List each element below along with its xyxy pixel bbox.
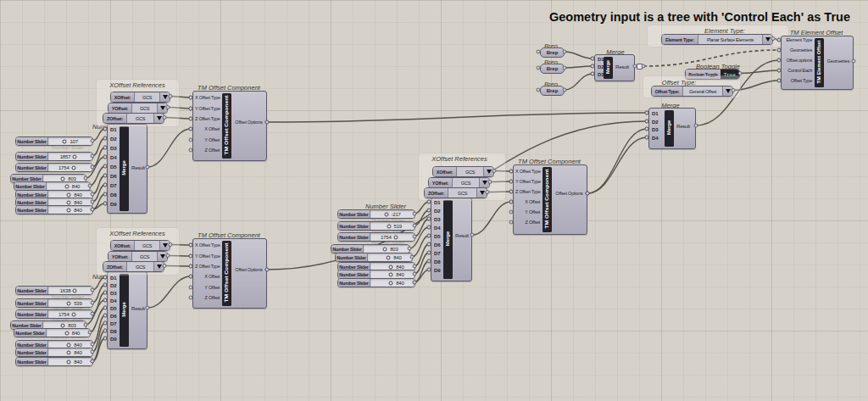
slider-knob[interactable] bbox=[393, 235, 398, 239]
dropdown-arrow-button[interactable] bbox=[153, 262, 164, 271]
dropdown-arrow-button[interactable] bbox=[722, 86, 732, 96]
value-list-dropdown[interactable]: ZOffset:GCS bbox=[424, 187, 487, 198]
slider-track[interactable]: 803 bbox=[364, 245, 409, 253]
dropdown-arrow-button[interactable] bbox=[159, 92, 170, 102]
slider-track[interactable]: 107 bbox=[48, 137, 92, 145]
slider-track[interactable]: -217 bbox=[370, 210, 415, 218]
merge-name-plate bbox=[604, 57, 613, 79]
slider-knob[interactable] bbox=[67, 192, 71, 197]
tm-component[interactable]: X Offset TypeY Offset TypeZ Offset TypeX… bbox=[192, 238, 267, 309]
merge-name-plate bbox=[120, 126, 129, 211]
slider-knob[interactable] bbox=[389, 272, 393, 276]
slider-knob[interactable] bbox=[383, 247, 387, 251]
slider-track[interactable]: 840 bbox=[47, 182, 90, 190]
slider-knob[interactable] bbox=[73, 154, 77, 159]
brep-param[interactable]: Brep bbox=[540, 47, 565, 58]
slider-knob[interactable] bbox=[67, 301, 71, 305]
number-slider[interactable]: Number Slider840 bbox=[337, 278, 415, 287]
value-list-dropdown[interactable]: ZOffset:GCS bbox=[103, 113, 164, 124]
number-slider[interactable]: Number Slider1754 bbox=[15, 163, 93, 172]
merge-component[interactable]: D1D2D3D4D5D6D7D8D9Result bbox=[107, 124, 147, 214]
slider-knob[interactable] bbox=[64, 184, 69, 188]
brep-param[interactable]: Brep bbox=[540, 64, 565, 74]
slider-knob[interactable] bbox=[63, 139, 67, 143]
grasshopper-canvas[interactable]: Number SliderNumber SliderNumber SliderN… bbox=[0, 0, 868, 401]
tm-component[interactable]: X Offset TypeY Offset TypeZ Offset TypeX… bbox=[192, 91, 267, 161]
slider-knob[interactable] bbox=[64, 331, 69, 335]
value-list-selected: GCS bbox=[448, 188, 476, 198]
slider-track[interactable]: 840 bbox=[370, 270, 415, 278]
slider-track[interactable]: 840 bbox=[48, 358, 92, 365]
value-list-dropdown[interactable]: XOffset:GCS bbox=[432, 166, 494, 177]
graft-tree-icon[interactable] bbox=[637, 64, 643, 70]
slider-track[interactable]: 840 bbox=[370, 279, 415, 287]
value-list-dropdown[interactable]: XOffset:GCS bbox=[110, 92, 170, 103]
dropdown-arrow-button[interactable] bbox=[479, 178, 489, 187]
number-slider[interactable]: Number Slider-217 bbox=[337, 209, 415, 219]
slider-knob[interactable] bbox=[61, 176, 65, 181]
slider-knob[interactable] bbox=[389, 265, 393, 269]
slider-knob[interactable] bbox=[67, 200, 71, 204]
slider-knob[interactable] bbox=[67, 359, 71, 364]
slider-track[interactable]: 1754 bbox=[370, 233, 415, 241]
slider-knob[interactable] bbox=[71, 312, 75, 316]
wire bbox=[267, 113, 647, 122]
merge-component[interactable]: D1D2D3Result bbox=[594, 54, 635, 81]
number-slider[interactable]: Number Slider840 bbox=[335, 253, 413, 262]
value-list-dropdown[interactable]: XOffset:GCS bbox=[110, 240, 170, 251]
merge-input-label: D8 bbox=[110, 192, 116, 198]
slider-knob[interactable] bbox=[71, 165, 75, 170]
slider-track[interactable]: 1857 bbox=[48, 153, 92, 160]
slider-knob[interactable] bbox=[387, 255, 391, 259]
value-list-dropdown[interactable]: Offset Type:General Offset bbox=[651, 86, 733, 97]
slider-knob[interactable] bbox=[384, 212, 388, 216]
number-slider[interactable]: Number Slider1754 bbox=[337, 232, 415, 242]
dropdown-arrow-button[interactable] bbox=[476, 188, 487, 198]
value-list-dropdown[interactable]: Element Type:Planar Surface Elements bbox=[661, 34, 773, 45]
dropdown-arrow-button[interactable] bbox=[159, 241, 170, 250]
brep-param[interactable]: Brep bbox=[540, 86, 565, 96]
slider-track[interactable]: 840 bbox=[48, 348, 92, 356]
number-slider[interactable]: Number Slider1754 bbox=[15, 309, 93, 319]
slider-track[interactable]: 1754 bbox=[48, 164, 92, 171]
slider-track[interactable]: 1638 bbox=[48, 287, 92, 294]
merge-input-label: D1 bbox=[652, 111, 658, 116]
merge-component[interactable]: D1D2D3D4D5D6D7D8D9Result bbox=[431, 198, 472, 281]
number-slider[interactable]: Number Slider539 bbox=[15, 298, 93, 308]
number-slider[interactable]: Number Slider1857 bbox=[15, 152, 93, 161]
number-slider[interactable]: Number Slider1638 bbox=[15, 286, 93, 295]
dropdown-arrow-button[interactable] bbox=[153, 114, 164, 123]
slider-knob[interactable] bbox=[389, 281, 393, 285]
slider-knob[interactable] bbox=[67, 350, 71, 354]
number-slider[interactable]: Number Slider107 bbox=[15, 136, 93, 146]
number-slider[interactable]: Number Slider840 bbox=[15, 348, 93, 357]
dropdown-arrow-button[interactable] bbox=[157, 103, 167, 113]
slider-track[interactable]: 539 bbox=[48, 299, 92, 307]
slider-track[interactable]: 840 bbox=[368, 253, 412, 261]
slider-track[interactable]: 840 bbox=[48, 206, 92, 214]
slider-knob[interactable] bbox=[387, 224, 391, 228]
value-list-name: Element Type: bbox=[662, 35, 698, 44]
tm-input-label: Y Offset bbox=[515, 210, 540, 215]
slider-track[interactable]: 519 bbox=[370, 222, 415, 230]
slider-knob[interactable] bbox=[61, 323, 65, 327]
dropdown-arrow-button[interactable] bbox=[157, 252, 167, 261]
slider-track[interactable]: 1754 bbox=[48, 310, 92, 318]
value-list-dropdown[interactable]: ZOffset:GCS bbox=[103, 261, 164, 272]
slider-track[interactable]: 840 bbox=[47, 329, 90, 337]
slider-knob[interactable] bbox=[73, 288, 77, 292]
number-slider[interactable]: Number Slider840 bbox=[15, 357, 93, 366]
slider-knob[interactable] bbox=[67, 208, 71, 212]
dropdown-arrow-button[interactable] bbox=[483, 167, 493, 176]
merge-component[interactable]: D1D2D3D4D5D6D7D8D9Result bbox=[107, 271, 147, 349]
number-slider[interactable]: Number Slider519 bbox=[337, 221, 415, 231]
tm-component[interactable]: X Offset TypeY Offset TypeZ Offset TypeX… bbox=[513, 164, 587, 235]
dropdown-arrow-button[interactable] bbox=[762, 35, 772, 44]
merge-component[interactable]: D1D2D3D4Result bbox=[648, 108, 696, 149]
slider-name: Number Slider bbox=[16, 310, 48, 318]
tm-component[interactable]: Element TypeGeometriesOffset optionsCont… bbox=[781, 36, 854, 90]
slider-name: Number Slider bbox=[16, 153, 48, 160]
slider-knob[interactable] bbox=[67, 343, 71, 347]
number-slider[interactable]: Number Slider840 bbox=[14, 328, 91, 337]
number-slider[interactable]: Number Slider840 bbox=[15, 205, 93, 214]
